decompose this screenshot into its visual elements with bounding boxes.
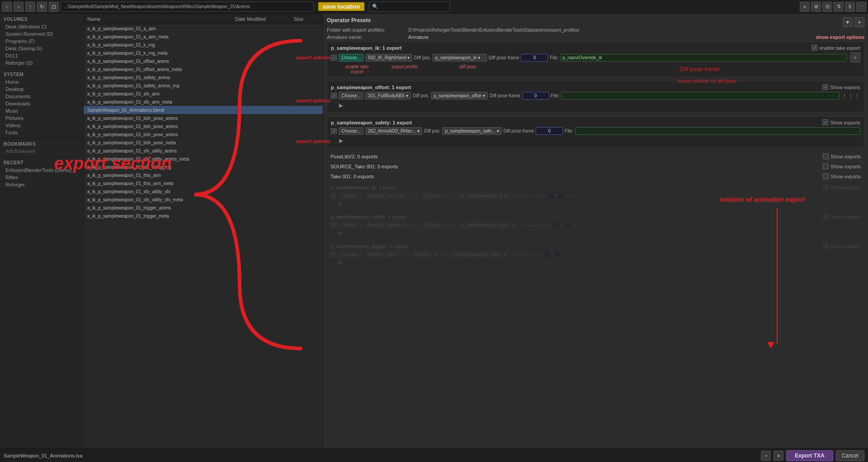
safety-expand-button[interactable]: ▶	[339, 138, 343, 144]
refresh-button[interactable]: ↻	[37, 2, 47, 12]
file-row[interactable]: a_ik_p_sampleweapon_01_a_aim_meta	[84, 33, 323, 41]
sidebar-item-d[interactable]: System Reserved (D)	[0, 30, 83, 38]
file-row[interactable]: a_ik_p_sampleweapon_01_sfx_utility_sfx	[84, 187, 323, 195]
export-txa-button[interactable]: Export TXA	[786, 450, 833, 461]
list-view-button[interactable]: ≡	[800, 2, 810, 12]
ik-diff-pose-value-button[interactable]: p_sampleweapon_ik ▾	[433, 54, 487, 62]
volumes-header: Volumes	[0, 15, 83, 23]
bookmark-button[interactable]: ⊡	[49, 2, 59, 12]
blurred-profile-3: Restore_Idle ▾	[365, 251, 410, 258]
plus-button[interactable]: +	[774, 451, 783, 461]
file-row[interactable]: a_ik_p_sampleweapon_01_offset_anims	[84, 57, 323, 65]
ik-profile-value-button[interactable]: 502_IK_RightHand ▾	[365, 54, 413, 62]
sidebar-item-downloads[interactable]: Downloads	[0, 100, 83, 107]
ik-add-export-button[interactable]: +	[850, 52, 860, 62]
offset-diff-pose-value-button[interactable]: p_sampleweapon_offse ▾	[431, 92, 487, 100]
file-row[interactable]: SampleWeapon_01_Animations.blend	[84, 106, 323, 114]
expand-button[interactable]: ▼	[843, 17, 853, 27]
file-row[interactable]: a_ik_p_sampleweapon_01_trigger_anims	[84, 204, 323, 212]
take-001-show-checkbox[interactable]	[823, 173, 829, 179]
sidebar-item-dx11[interactable]: DX11	[0, 52, 83, 59]
path-bar[interactable]: ...\SampleMod\SampleMod_NewWeapon\Assets…	[61, 2, 314, 12]
file-row[interactable]: a_ik_p_sampleweapon_01_sfx_utility_rng	[84, 163, 323, 171]
poselib-show-checkbox[interactable]	[823, 153, 829, 159]
sidebar-item-videos[interactable]: Videos	[0, 122, 83, 129]
ik-show-exports-checkbox[interactable]	[811, 45, 817, 51]
safety-diff-pose-frame-input[interactable]	[536, 127, 563, 135]
sidebar-item-reforger[interactable]: Reforger (S)	[0, 59, 83, 67]
file-cell-name: a_ik_p_sampleweapon_01_trigger_meta	[85, 214, 235, 219]
up-button[interactable]: ↑	[25, 2, 35, 12]
source-take-show-checkbox[interactable]	[823, 163, 829, 169]
file-row[interactable]: a_ik_p_sampleweapon_01_this_arm_meta	[84, 179, 323, 187]
blurred-show-checkbox-2	[823, 214, 829, 219]
file-row[interactable]: a_ik_p_sampleweapon_01_k_rng	[84, 41, 323, 49]
filter-button[interactable]: ⊻	[845, 2, 855, 12]
sidebar-item-recent-rifles[interactable]: Rifles	[0, 174, 83, 181]
safety-diff-pose-value-button[interactable]: p_sampleweapon_safe... ▾	[442, 127, 501, 135]
file-row[interactable]: a_ik_p_sampleweapon_01_trigger_meta	[84, 212, 323, 220]
sidebar-item-g[interactable]: Desk (Saving G)	[0, 45, 83, 52]
safety-profile-value-button[interactable]: 262_ArmsADD_RHan... ▾	[365, 127, 422, 135]
sidebar-item-music[interactable]: Music	[0, 107, 83, 114]
file-row[interactable]: a_ik_p_sampleweapon_01_bsh_pose_anims	[84, 114, 323, 122]
ik-profile-choose-button[interactable]: Choose...	[339, 54, 363, 62]
search-placeholder: 🔍	[372, 4, 378, 10]
file-row[interactable]: a_ik_p_sampleweapon_01_sfx_utility_anims	[84, 147, 323, 155]
ik-diff-pose-frame-input[interactable]	[521, 54, 548, 62]
file-cell-name: a_ik_p_sampleweapon_01_sfx_utility_sfx	[85, 189, 235, 194]
add-bookmark-button[interactable]: Add Bookmark	[0, 148, 83, 155]
col-date-header[interactable]: Date Modified	[235, 16, 294, 22]
safety-file-override-input[interactable]	[575, 127, 860, 135]
grid-view-button[interactable]: ⊞	[811, 2, 821, 12]
ik-file-override-input[interactable]	[560, 54, 847, 62]
col-size-header[interactable]: Size	[294, 16, 321, 22]
back-button[interactable]: ‹	[2, 2, 12, 12]
sidebar-item-home[interactable]: Home	[0, 78, 83, 86]
search-bar[interactable]: 🔍	[369, 2, 450, 12]
more-button[interactable]: ⋯	[856, 2, 866, 12]
forward-button[interactable]: ›	[14, 2, 24, 12]
columns-view-button[interactable]: ⊟	[822, 2, 832, 12]
show-export-options-link[interactable]: show export options	[816, 34, 864, 40]
sidebar-item-desktop[interactable]: Desktop	[0, 86, 83, 93]
sidebar-item-recent-enfusion[interactable]: EnfusionBlenderTools (Demo)	[0, 167, 83, 174]
offset-profile-choose-button[interactable]: Choose...	[339, 92, 363, 100]
sidebar-item-c[interactable]: Desk (Windows C)	[0, 23, 83, 30]
file-row[interactable]: a_ik_p_sampleweapon_01_offset_anims_meta	[84, 65, 323, 73]
safety-enable-checkbox[interactable]	[331, 128, 337, 134]
safety-show-exports-checkbox[interactable]	[822, 119, 828, 125]
offset-enable-checkbox[interactable]	[331, 93, 337, 99]
file-row[interactable]: a_ik_p_sampleweapon_01_this_arm	[84, 171, 323, 179]
add-preset-button[interactable]: +	[854, 17, 864, 27]
offset-file-override-input[interactable]	[561, 92, 840, 100]
offset-profile-value-button[interactable]: 101_FullBodyABS ▾	[365, 92, 411, 100]
cancel-button[interactable]: Cancel	[836, 450, 864, 461]
file-row[interactable]: a_ik_p_sampleweapon_01_bsh_pose_meta	[84, 138, 323, 147]
file-row[interactable]: a_ik_p_sampleweapon_01_bsh_pose_anims	[84, 122, 323, 130]
bottom-filename: SampleWeapon_01_Animations.txa	[4, 453, 83, 458]
sidebar-item-pictures[interactable]: Pictures	[0, 114, 83, 122]
file-row[interactable]: a_ik_p_sampleweapon_01_bsh_pose_anims	[84, 130, 323, 138]
offset-diff-pose-frame-input[interactable]	[522, 92, 549, 100]
file-row[interactable]: a_ik_p_sampleweapon_01_sfx_arm_meta	[84, 98, 323, 106]
file-row[interactable]: a_ik_p_sampleweapon_01_a_aim	[84, 24, 323, 33]
sidebar-item-f[interactable]: Programs (F)	[0, 38, 83, 45]
file-cell-name: SampleWeapon_01_Animations.blend	[85, 108, 235, 113]
col-name-header[interactable]: Name	[85, 16, 235, 22]
sort-button[interactable]: ⇅	[834, 2, 844, 12]
sidebar-item-recent-reforger[interactable]: Reforger	[0, 181, 83, 188]
offset-show-exports-checkbox[interactable]	[822, 84, 828, 90]
file-row[interactable]: a_ik_p_sampleweapon_01_safety_anims	[84, 73, 323, 81]
file-row[interactable]: a_ik_p_sampleweapon_01_sfx_arm	[84, 90, 323, 98]
sidebar-item-fonts[interactable]: Fonts	[0, 129, 83, 136]
offset-expand-button[interactable]: ▶	[339, 102, 343, 109]
file-row[interactable]: a_ik_p_sampleweapon_01_sfx_utility_anims…	[84, 155, 323, 163]
file-row[interactable]: a_ik_p_sampleweapon_01_k_rng_meta	[84, 49, 323, 57]
ik-enable-checkbox[interactable]	[331, 55, 337, 61]
sidebar-item-documents[interactable]: Documents	[0, 93, 83, 100]
file-row[interactable]: a_ik_p_sampleweapon_01_safety_anims_rng	[84, 81, 323, 90]
safety-profile-choose-button[interactable]: Choose...	[339, 127, 363, 135]
minus-button[interactable]: −	[761, 451, 771, 461]
file-row[interactable]: a_ik_p_sampleweapon_01_sfx_utility_sfx_m…	[84, 195, 323, 204]
